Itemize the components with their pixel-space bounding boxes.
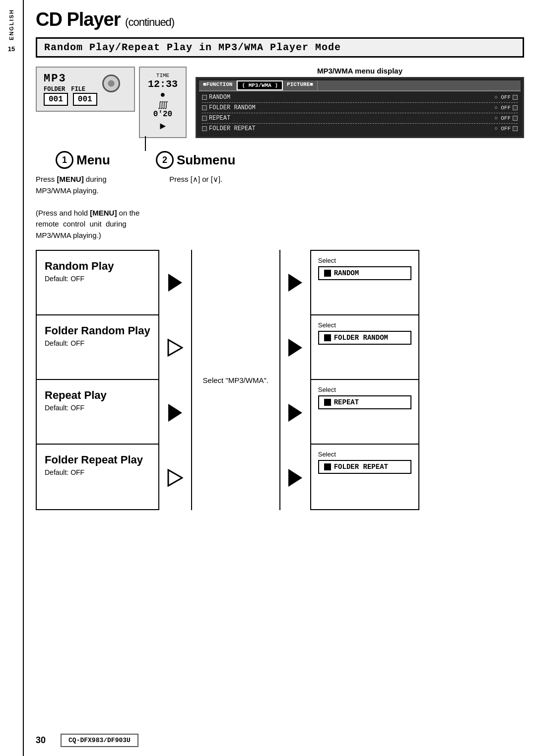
footer: 30 CQ-DFX983/DF903U bbox=[24, 734, 536, 747]
sel-btn-folderrandom[interactable]: FOLDER RANDOM bbox=[318, 331, 411, 345]
menu-row-folder-repeat: FOLDER REPEAT ○ OFF bbox=[202, 125, 518, 133]
cb-folderrandom bbox=[202, 105, 207, 110]
arrow-right-folder-random bbox=[288, 315, 302, 380]
submenu-circle-icon: 2 bbox=[156, 151, 174, 169]
title-text: CD Player bbox=[36, 9, 121, 30]
cb-folderrepeat bbox=[202, 126, 207, 131]
file-val: 001 bbox=[73, 93, 97, 106]
right-boxes: Select RANDOM Select FOLDER RANDOM Selec… bbox=[310, 250, 419, 510]
folder-repeat-default: Default: OFF bbox=[45, 468, 150, 476]
left-box-folder-random: Folder Random Play Default: OFF bbox=[37, 315, 158, 380]
sel-btn-folderrepeat[interactable]: FOLDER REPEAT bbox=[318, 460, 411, 474]
menu-rows: RANDOM ○ OFF FOLDER RANDOM ○ OFF REPEAT … bbox=[199, 91, 521, 135]
instr-submenu: Press [∧] or [∨]. bbox=[169, 175, 222, 183]
row-folderrandom-label: FOLDER RANDOM bbox=[209, 104, 256, 111]
page-title: CD Player (continued) bbox=[36, 9, 524, 30]
filled-tri-r3 bbox=[288, 404, 302, 422]
svg-marker-0 bbox=[168, 340, 182, 356]
instr-hold2: remote control unit during bbox=[36, 220, 127, 228]
folder-random-title: Folder Random Play bbox=[45, 324, 150, 337]
sidebar: ENGLISH 15 bbox=[0, 0, 24, 756]
arrow-right-folder-repeat bbox=[288, 446, 302, 510]
sidebar-number: 15 bbox=[8, 45, 15, 53]
time-display: TIME 12:33 ● ⨌ 0'20 ► bbox=[139, 67, 187, 138]
folder-random-default: Default: OFF bbox=[45, 339, 150, 347]
folder-repeat-title: Folder Repeat Play bbox=[45, 454, 150, 466]
sel-label-folderrandom: Select bbox=[318, 321, 411, 329]
folder-label: FOLDER bbox=[44, 86, 65, 93]
left-boxes: Random Play Default: OFF Folder Random P… bbox=[36, 250, 159, 510]
display-area: MP3 FOLDER FILE 001 001 TIME 12:33 ● ⨌ bbox=[36, 67, 524, 138]
instr-hold3: MP3/WMA playing.) bbox=[36, 231, 101, 239]
menu-circle-icon: 1 bbox=[56, 151, 73, 169]
row-repeat-val: ○ OFF bbox=[494, 115, 511, 121]
row-folderrandom-val: ○ OFF bbox=[494, 105, 511, 111]
menu-arrow-section: 1 Menu 2 Submenu bbox=[56, 136, 235, 169]
page-number: 30 bbox=[36, 735, 46, 746]
model-box: CQ-DFX983/DF903U bbox=[61, 734, 138, 747]
arrow-right-random bbox=[288, 250, 302, 315]
mp3-unit: MP3 FOLDER FILE 001 001 bbox=[36, 67, 135, 112]
sel-label-folderrepeat: Select bbox=[318, 451, 411, 458]
sel-square-folderrandom bbox=[324, 334, 331, 341]
right-box-folder-repeat: Select FOLDER REPEAT bbox=[311, 445, 418, 509]
row-random-val: ○ OFF bbox=[494, 94, 511, 100]
sel-val-folderrandom: FOLDER RANDOM bbox=[334, 334, 388, 342]
middle-column: Select "MP3/WMA". bbox=[191, 250, 280, 510]
cb-random bbox=[202, 95, 207, 100]
random-play-title: Random Play bbox=[45, 260, 150, 273]
submenu-instructions: Press [∧] or [∨]. bbox=[169, 174, 222, 241]
sel-val-repeat: REPEAT bbox=[334, 398, 359, 406]
mp3-values: 001 001 bbox=[44, 93, 97, 106]
tab-mp3wma[interactable]: ( MP3/WMA ) bbox=[237, 80, 283, 90]
right-box-folder-random: Select FOLDER RANDOM bbox=[311, 315, 418, 380]
arrow-repeat bbox=[168, 380, 182, 445]
arrow-column bbox=[159, 250, 191, 510]
repeat-play-title: Repeat Play bbox=[45, 389, 150, 402]
arrow-folder-random bbox=[167, 315, 183, 380]
tab-row: ■FUNCTION ( MP3/WMA ) PICTURE■ bbox=[199, 80, 521, 91]
right-box-random: Select RANDOM bbox=[311, 251, 418, 315]
time-label: TIME bbox=[156, 73, 169, 78]
menu-submenu-section: 1 Menu 2 Submenu bbox=[56, 146, 524, 169]
left-box-repeat: Repeat Play Default: OFF bbox=[37, 380, 158, 445]
time-small: 0'20 bbox=[153, 110, 172, 119]
outline-triangle-folder-random bbox=[167, 339, 183, 357]
tab-function[interactable]: ■FUNCTION bbox=[199, 80, 237, 90]
main-content: CD Player (continued) Random Play/Repeat… bbox=[24, 0, 536, 525]
disc-icon bbox=[102, 75, 120, 92]
sel-label-random: Select bbox=[318, 257, 411, 264]
mp3-folders: FOLDER FILE bbox=[44, 86, 97, 93]
time-value: 12:33 bbox=[148, 78, 178, 90]
left-box-random: Random Play Default: OFF bbox=[37, 251, 158, 315]
right-box-repeat: Select REPEAT bbox=[311, 380, 418, 445]
sel-square-folderrepeat bbox=[324, 463, 331, 470]
menu-row-repeat: REPEAT ○ OFF bbox=[202, 114, 518, 122]
row-random-label: RANDOM bbox=[209, 94, 230, 101]
sel-val-folderrepeat: FOLDER REPEAT bbox=[334, 463, 388, 471]
menu-instructions: Press [MENU] during MP3/WMA playing. (Pr… bbox=[36, 174, 139, 241]
sel-btn-random[interactable]: RANDOM bbox=[318, 266, 411, 280]
tab-picture[interactable]: PICTURE■ bbox=[283, 80, 318, 90]
file-label: FILE bbox=[71, 86, 85, 93]
menu-screen: ■FUNCTION ( MP3/WMA ) PICTURE■ RANDOM ○ … bbox=[196, 77, 524, 138]
left-box-folder-repeat: Folder Repeat Play Default: OFF bbox=[37, 445, 158, 509]
instr-hold1: (Press and hold [MENU] on the bbox=[36, 209, 139, 217]
row-folderrepeat-label: FOLDER REPEAT bbox=[209, 125, 256, 132]
filled-tri-r2 bbox=[288, 339, 302, 357]
filled-tri-r1 bbox=[288, 274, 302, 292]
svg-marker-1 bbox=[168, 470, 182, 486]
menu-label-row: 1 Menu 2 Submenu bbox=[56, 151, 235, 169]
arrow-column-2 bbox=[280, 250, 310, 510]
filled-triangle-random bbox=[168, 274, 182, 292]
continued-text: (continued) bbox=[125, 16, 174, 28]
sel-btn-repeat[interactable]: REPEAT bbox=[318, 395, 411, 409]
flow-diagram: Random Play Default: OFF Folder Random P… bbox=[36, 250, 524, 510]
menu-display-label: MP3/WMA menu display bbox=[196, 67, 524, 75]
arrow-right-icon: ► bbox=[160, 121, 166, 132]
menu-label-text: Menu bbox=[76, 152, 110, 168]
instructions: Press [MENU] during MP3/WMA playing. (Pr… bbox=[36, 174, 524, 241]
sel-label-repeat: Select bbox=[318, 386, 411, 393]
instructions-row: Press [MENU] during MP3/WMA playing. (Pr… bbox=[36, 174, 524, 241]
section-banner: Random Play/Repeat Play in MP3/WMA Playe… bbox=[36, 37, 524, 58]
